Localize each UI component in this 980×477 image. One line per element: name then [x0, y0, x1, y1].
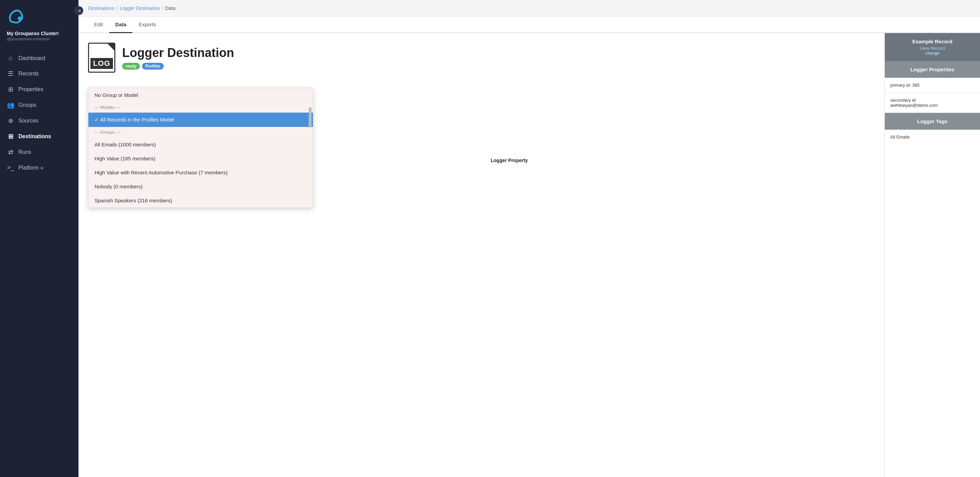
secondary-id-label: secondary id: [890, 98, 975, 103]
svg-point-0 [18, 16, 22, 21]
platform-icon: >_ [7, 164, 14, 171]
sidebar-item-properties[interactable]: ⊞ Properties [0, 81, 78, 97]
content-main: LOG Logger Destination ready Profiles No… [78, 33, 885, 477]
groups-icon: 👥 [7, 101, 14, 109]
sidebar-item-platform[interactable]: >_ Platform » [0, 160, 78, 175]
secondary-id-value: awhitseyao@demo.com [890, 103, 975, 108]
primary-id-data: primary id: 385 [885, 78, 980, 93]
sidebar-item-runs[interactable]: ⇄ Runs [0, 144, 78, 160]
sidebar-label-sources: Sources [18, 118, 38, 124]
logger-properties-section: Logger Properties [885, 61, 980, 78]
sidebar-item-records[interactable]: ☰ Records [0, 66, 78, 81]
sidebar-label-runs: Runs [18, 149, 31, 155]
tags-value: All Emails [885, 130, 980, 144]
cluster-name: My Grouparoo Cluster! [7, 31, 72, 36]
dropdown-groups-header: --- Groups --- [88, 127, 313, 137]
view-record-link[interactable]: View Record [891, 46, 974, 51]
sidebar-label-groups: Groups [18, 102, 36, 108]
tab-data[interactable]: Data [109, 17, 133, 33]
change-link[interactable]: change [891, 51, 974, 56]
grouparoo-logo-icon [7, 8, 24, 25]
badge-profiles: Profiles [142, 63, 164, 70]
sources-icon: ⊕ [7, 117, 14, 124]
destination-name: Logger Destination [122, 46, 234, 60]
sidebar-cluster-info: My Grouparoo Cluster! @grouparoo/ui-ente… [0, 31, 78, 48]
dropdown-all-emails[interactable]: All Emails (1000 members) [88, 137, 313, 151]
breadcrumb-destinations[interactable]: Destinations [88, 5, 114, 11]
dropdown-models-header: --- Models --- [88, 102, 313, 113]
dropdown-nobody[interactable]: Nobody (0 members) [88, 180, 313, 194]
example-record-title: Example Record [891, 38, 974, 45]
primary-id-label: primary id: [890, 83, 911, 88]
tabs-bar: Edit Data Exports [78, 17, 980, 33]
secondary-id-data: secondary id: awhitseyao@demo.com [885, 93, 980, 113]
destinations-icon: ⊞ [7, 133, 14, 140]
dropdown-all-records[interactable]: ✓ All Records in the Profiles Model [88, 113, 313, 127]
sidebar-logo [0, 0, 78, 31]
col-logger: Logger Property [491, 157, 875, 163]
sidebar-item-dashboard[interactable]: ⌂ Dashboard [0, 51, 78, 66]
sidebar-item-sources[interactable]: ⊕ Sources [0, 113, 78, 129]
sidebar-nav: ⌂ Dashboard ☰ Records ⊞ Properties 👥 Gro… [0, 48, 78, 477]
sidebar-label-dashboard: Dashboard [18, 55, 45, 61]
records-icon: ☰ [7, 70, 14, 78]
breadcrumb-logger-destination[interactable]: Logger Destination [120, 5, 160, 11]
breadcrumb-sep-1: / [116, 5, 118, 11]
cluster-sub: @grouparoo/ui-enterprise [7, 37, 72, 41]
dropdown-high-value-automotive[interactable]: High Value with Recent Automotive Purcha… [88, 165, 313, 180]
log-icon-text: LOG [91, 58, 113, 69]
dropdown-scrollbar[interactable] [309, 107, 312, 127]
breadcrumb-sep-2: / [162, 5, 163, 11]
primary-id-value: 385 [912, 83, 920, 88]
breadcrumb: Destinations / Logger Destination / Data [78, 0, 980, 17]
content-area: LOG Logger Destination ready Profiles No… [78, 33, 980, 477]
runs-icon: ⇄ [7, 148, 14, 156]
log-file-icon: LOG [88, 43, 115, 73]
sidebar: ◀ My Grouparoo Cluster! @grouparoo/ui-en… [0, 0, 78, 477]
tab-edit[interactable]: Edit [88, 17, 109, 33]
dropdown-spanish-speakers[interactable]: Spanish Speakers (216 members) [88, 194, 313, 207]
dropdown-high-value[interactable]: High Value (185 members) [88, 151, 313, 165]
example-record-section: Example Record View Record change [885, 33, 980, 61]
main-content: Destinations / Logger Destination / Data… [78, 0, 980, 477]
properties-icon: ⊞ [7, 86, 14, 93]
sidebar-item-destinations[interactable]: ⊞ Destinations [0, 129, 78, 144]
destination-header: LOG Logger Destination ready Profiles [88, 43, 875, 73]
destination-badges: ready Profiles [122, 63, 234, 70]
dropdown-no-group[interactable]: No Group or Model [88, 88, 313, 102]
sidebar-label-properties: Properties [18, 86, 43, 92]
home-icon: ⌂ [7, 55, 14, 62]
logger-tags-section: Logger Tags [885, 113, 980, 130]
badge-ready: ready [122, 63, 140, 70]
logger-tags-title: Logger Tags [891, 118, 974, 124]
logger-properties-title: Logger Properties [891, 67, 974, 72]
sidebar-collapse-button[interactable]: ◀ [75, 6, 83, 15]
tab-exports[interactable]: Exports [132, 17, 162, 33]
group-model-dropdown[interactable]: No Group or Model --- Models --- ✓ All R… [88, 88, 313, 208]
sidebar-label-destinations: Destinations [18, 134, 51, 140]
sidebar-label-platform: Platform » [18, 165, 43, 171]
sidebar-label-records: Records [18, 71, 39, 77]
right-panel: Example Record View Record change Logger… [885, 33, 980, 477]
breadcrumb-data: Data [165, 5, 175, 11]
destination-title-section: Logger Destination ready Profiles [122, 46, 234, 70]
sidebar-item-groups[interactable]: 👥 Groups [0, 97, 78, 113]
